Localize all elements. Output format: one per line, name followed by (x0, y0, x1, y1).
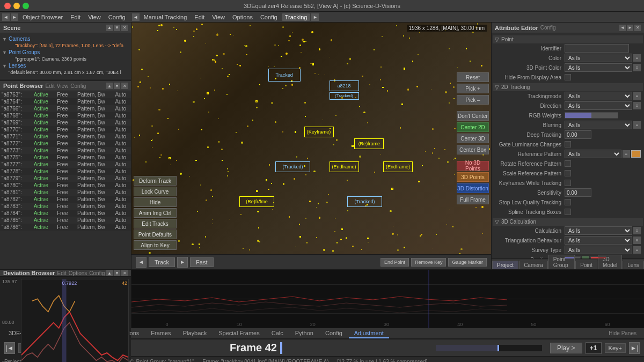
deviation-options[interactable]: Options (69, 270, 87, 276)
play-plus-input[interactable] (586, 342, 602, 354)
deviation-config[interactable]: Config (89, 270, 105, 276)
gate-luminance-cb[interactable] (565, 141, 571, 147)
attr-nav-left[interactable]: ◄ (619, 25, 626, 31)
point-defaults-btn[interactable]: Point Defaults (134, 230, 177, 239)
point-section-title[interactable]: ▽ Point (493, 35, 643, 43)
app-tab-python[interactable]: Python (290, 329, 319, 338)
3d-points-btn[interactable]: 3D Points (457, 172, 489, 182)
blurring-select[interactable]: As Is (565, 121, 632, 129)
menu-tracking-edit[interactable]: Edit (191, 13, 208, 21)
menu-tracking-view[interactable]: View (209, 13, 228, 21)
trackingmode-menu[interactable]: ≡ (633, 92, 641, 100)
table-row[interactable]: "a8786": Active Free Pattern, Bw Auto (0, 224, 131, 231)
table-row[interactable]: "a8770": Active Free Pattern, Bw Auto (0, 126, 131, 133)
hide-panes-label[interactable]: Hide Panes (604, 330, 641, 336)
survey-type-select[interactable]: As Is (565, 246, 632, 254)
rgb-slider[interactable] (565, 112, 618, 119)
full-frame-btn[interactable]: Full Frame (457, 195, 489, 204)
table-row[interactable]: "a8780": Active Free Pattern, Bw Auto (0, 182, 131, 189)
pb-config[interactable]: Config (70, 83, 86, 89)
menu-tracking-config[interactable]: Config (257, 13, 281, 21)
menu-close-left[interactable]: ◄ (132, 13, 140, 21)
table-row[interactable]: "a8769": Active Free Pattern, Bw Auto (0, 119, 131, 126)
pb-view[interactable]: View (57, 83, 69, 89)
tree-cameras[interactable]: ▼ Cameras (2, 35, 129, 42)
timeline-indicator[interactable] (435, 344, 543, 352)
identifier-input[interactable] (565, 44, 629, 53)
pick-plus-btn[interactable]: Pick + (457, 84, 489, 93)
direction-select[interactable]: As Is (565, 101, 632, 110)
tree-camera-item[interactable]: "trackboy": [Main], 72 Frames, 1.00, Len… (2, 42, 129, 49)
3d-distortion-btn[interactable]: 3D Distortion (457, 183, 489, 193)
calc-3d-title[interactable]: ▽ 3D Calculation (493, 218, 643, 226)
frame-nav-end[interactable]: ►| (629, 342, 640, 354)
tab-camera[interactable]: Camera (519, 261, 548, 269)
no-3d-points-btn[interactable]: No 3D Points (457, 161, 489, 171)
menu-config[interactable]: Config (105, 13, 129, 21)
table-row[interactable]: "a8768": Active Free Pattern, Bw Auto (0, 112, 131, 119)
attr-close[interactable]: ✕ (634, 25, 641, 31)
fast-btn[interactable]: Fast (190, 257, 213, 267)
app-tab-calc[interactable]: Calc (266, 329, 289, 338)
pos-x-slider[interactable] (565, 256, 581, 258)
calculation-select[interactable]: As Is (565, 226, 632, 235)
pos-y-slider[interactable] (590, 256, 606, 258)
attr-nav-right[interactable]: ► (627, 25, 633, 31)
edit-tracks-btn[interactable]: Edit Tracks (134, 219, 177, 228)
tree-lens-item[interactable]: "default lens": 30.00 mm, 2.81 cm x 1.87… (2, 69, 129, 76)
app-tab-adjustment[interactable]: Adjustment (349, 329, 389, 338)
ref-pattern-menu[interactable]: ≡ (623, 150, 630, 158)
survey-type-menu[interactable]: ≡ (633, 246, 641, 254)
table-row[interactable]: "a8773": Active Free Pattern, Bw Auto (0, 147, 131, 154)
table-row[interactable]: "a8785": Active Free Pattern, Bw Auto (0, 217, 131, 224)
tracking-2d-title[interactable]: ▽ 2D Tracking (493, 83, 643, 91)
ref-pattern-select[interactable]: As Is (565, 150, 621, 158)
playback-prev[interactable]: ◄ (136, 257, 147, 268)
deviation-nav-down[interactable]: ▼ (114, 270, 120, 276)
scene-close[interactable]: ✕ (121, 25, 128, 31)
menu-tracking-active[interactable]: Tracking (282, 13, 311, 21)
menu-close-right[interactable]: ► (311, 13, 319, 21)
app-tab-frames[interactable]: Frames (145, 329, 176, 338)
gauge-marker-btn[interactable]: Gauge Marker (448, 258, 487, 267)
table-row[interactable]: "a8763": Active Free Pattern, Bw Auto (0, 91, 131, 98)
tree-point-groups[interactable]: ▼ Point Groups (2, 49, 129, 56)
table-row[interactable]: "a8784": Active Free Pattern, Bw Auto (0, 210, 131, 217)
lock-curve-btn[interactable]: Lock Curve (134, 187, 177, 196)
attr-config-label[interactable]: Config (540, 25, 556, 31)
reset-btn[interactable]: Reset (457, 72, 489, 82)
table-row[interactable]: "a8778": Active Free Pattern, Bw Auto (0, 168, 131, 175)
frame-scrubber[interactable] (280, 342, 282, 354)
window-controls[interactable] (4, 3, 29, 9)
menu-options[interactable]: Options (229, 13, 256, 21)
deviation-close[interactable]: ✕ (121, 270, 128, 276)
scene-nav-up[interactable]: ▲ (106, 25, 113, 31)
low-quality-cb[interactable] (565, 199, 571, 205)
blurring-menu[interactable]: ≡ (633, 121, 641, 129)
table-row[interactable]: "a8772": Active Free Pattern, Bw Auto (0, 140, 131, 147)
app-tab-playback[interactable]: Playback (178, 329, 213, 338)
pb-nav-up[interactable]: ▲ (106, 83, 113, 89)
menu-nav-left[interactable]: ◄ (2, 13, 10, 21)
deviation-nav-up[interactable]: ▲ (106, 270, 113, 276)
pb-nav-down[interactable]: ▼ (114, 83, 120, 89)
tab-lens[interactable]: Lens (623, 261, 644, 269)
tree-lenses[interactable]: ▼ Lenses (2, 62, 129, 69)
deform-track-btn[interactable]: Deform Track (134, 176, 177, 186)
hide-btn[interactable]: Hide (134, 197, 177, 207)
trackingmode-select[interactable]: As Is (565, 92, 632, 100)
pb-close[interactable]: ✕ (121, 83, 128, 89)
menu-view[interactable]: View (85, 13, 104, 21)
remove-key-btn[interactable]: Remove Key (411, 258, 447, 267)
playback-next[interactable]: ► (177, 257, 188, 268)
center-2d-btn[interactable]: Center 2D (457, 122, 489, 132)
table-row[interactable]: "a8777": Active Free Pattern, Bw Auto (0, 161, 131, 168)
table-row[interactable]: "a8766": Active Free Pattern, Bw Auto (0, 105, 131, 112)
table-row[interactable]: "a8771": Active Free Pattern, Bw Auto (0, 133, 131, 140)
scale-ref-cb[interactable] (565, 170, 571, 176)
frame-nav-start[interactable]: |◄ (4, 342, 15, 354)
deep-tracking-input[interactable] (565, 130, 591, 139)
hide-display-checkbox[interactable] (565, 74, 571, 80)
table-row[interactable]: "a8781": Active Free Pattern, Bw Auto (0, 189, 131, 196)
tree-pg-item[interactable]: "pgroup#1": Camera, 2360 points (2, 56, 129, 62)
